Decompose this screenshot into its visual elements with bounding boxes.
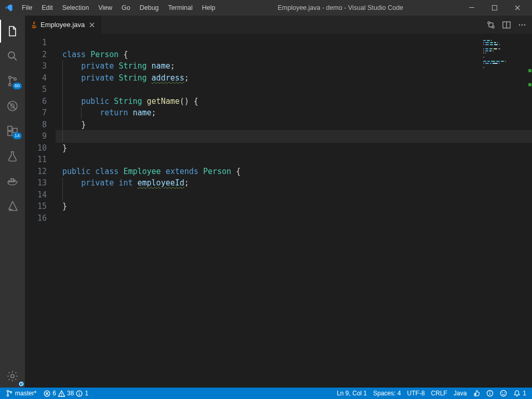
status-notifications[interactable]: 1 [512,388,528,399]
code-line[interactable] [56,37,532,49]
menu-help[interactable]: Help [198,2,220,14]
status-eol[interactable]: CRLF [430,388,449,399]
svg-rect-9 [8,131,12,136]
code-line[interactable]: private int employeeId; [56,177,532,189]
line-number: 4 [25,72,47,84]
warning-icon [58,390,65,397]
warning-count: 38 [67,390,74,397]
indent-guide [62,96,63,108]
code-line[interactable] [56,130,532,142]
svg-point-23 [522,24,523,25]
status-feedback[interactable] [498,388,509,399]
line-number: 5 [25,84,47,96]
split-editor-button[interactable] [502,20,511,30]
minimize-button[interactable] [461,0,482,16]
line-number: 12 [25,166,47,178]
menu-edit[interactable]: Edit [37,2,57,14]
tab-label: Employee.java [41,21,85,29]
svg-point-24 [524,24,526,25]
activity-explorer[interactable] [0,20,25,43]
code-line[interactable] [56,154,532,166]
svg-point-2 [8,52,15,58]
code-line[interactable]: private String name; [56,60,532,72]
status-cursor[interactable]: Ln 9, Col 1 [335,388,368,399]
line-number: 2 [25,49,47,61]
svg-point-16 [11,375,14,378]
activity-settings[interactable] [0,365,25,388]
svg-point-3 [9,76,11,79]
editor-group: Employee.java 12345678910111213141516 cl [25,16,532,388]
git-branch-icon [6,390,13,397]
activitybar: 60 14 [0,16,25,388]
code-content[interactable]: class Person { private String name; priv… [56,34,532,388]
indent-guide [62,119,63,131]
more-actions-button[interactable] [517,20,527,30]
split-horizontal-icon [502,21,511,29]
code-line[interactable]: return name; [56,107,532,119]
activity-scm[interactable]: 60 [0,70,25,92]
svg-point-36 [489,391,490,392]
overview-ruler [527,34,532,388]
tab-close-button[interactable] [88,21,96,29]
menu-view[interactable]: View [94,2,116,14]
code-line[interactable]: } [56,142,532,154]
status-branch[interactable]: master* [4,388,38,399]
code-line[interactable]: public class Employee extends Person { [56,166,532,178]
info-icon [76,390,83,397]
svg-point-39 [504,392,506,393]
compare-changes-button[interactable] [486,20,496,30]
activity-extensions[interactable]: 14 [0,119,25,142]
code-line[interactable]: class Person { [56,49,532,61]
docker-icon [6,175,19,187]
code-editor[interactable]: 12345678910111213141516 class Person { p… [25,34,532,388]
maximize-button[interactable] [484,0,505,16]
tab-employee-java[interactable]: Employee.java [25,16,102,34]
code-line[interactable]: private String address; [56,72,532,84]
status-indent[interactable]: Spaces: 4 [371,388,402,399]
titlebar: FileEditSelectionViewGoDebugTerminalHelp… [0,0,532,16]
menu-debug[interactable]: Debug [136,2,163,14]
activity-test[interactable] [0,144,25,167]
code-line[interactable] [56,84,532,96]
info-circle-icon [486,390,494,397]
line-number: 16 [25,212,47,224]
thumbs-up-icon [473,390,480,397]
code-line[interactable]: public String getName() { [56,96,532,108]
menu-terminal[interactable]: Terminal [164,2,197,14]
menubar: FileEditSelectionViewGoDebugTerminalHelp [18,2,220,14]
svg-point-19 [492,26,494,28]
status-encoding[interactable]: UTF-8 [406,388,427,399]
indent-guide [81,107,82,119]
code-line[interactable]: } [56,119,532,131]
menu-selection[interactable]: Selection [58,2,93,14]
line-number: 10 [25,142,47,154]
status-language[interactable]: Java [452,388,468,399]
tabbar: Employee.java [25,16,532,34]
code-line[interactable] [56,212,532,224]
line-number-gutter: 12345678910111213141516 [25,34,56,388]
close-button[interactable] [507,0,528,16]
line-number: 14 [25,189,47,201]
activity-search[interactable] [0,45,25,68]
indent-guide [62,72,63,84]
svg-rect-10 [13,128,17,132]
menu-file[interactable]: File [18,2,36,14]
menu-go[interactable]: Go [117,2,135,14]
gear-icon [6,370,19,382]
activity-azure[interactable] [0,194,25,217]
extensions-badge: 14 [12,132,22,139]
activity-debug[interactable] [0,95,25,117]
line-number: 11 [25,154,47,166]
window-controls [461,0,528,16]
vscode-logo-icon [4,3,14,12]
svg-point-4 [9,84,11,86]
status-problems[interactable]: 6 38 1 [42,388,90,399]
status-thumbs-up[interactable] [471,388,482,399]
error-icon [44,390,50,397]
line-number: 3 [25,60,47,72]
activity-docker[interactable] [0,169,25,192]
ellipsis-icon [518,21,526,29]
code-line[interactable] [56,189,532,201]
status-info-circle[interactable] [485,388,495,399]
code-line[interactable]: } [56,201,532,212]
